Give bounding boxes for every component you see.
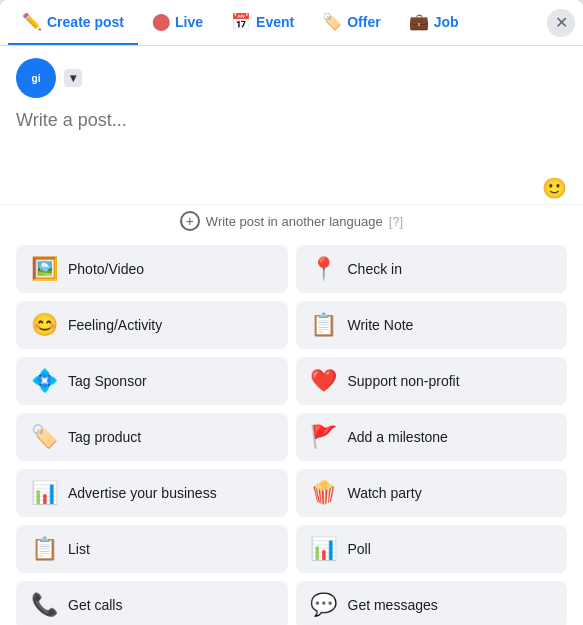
tab-bar: ✏️ Create post ⬤ Live 📅 Event 🏷️ Offer 💼… [0,0,583,46]
offer-icon: 🏷️ [322,12,342,31]
option-support-nonprofit[interactable]: ❤️ Support non-profit [296,357,568,405]
option-poll-label: Poll [348,541,371,557]
poll-icon: 📊 [310,536,338,562]
option-watch-party[interactable]: 🍿 Watch party [296,469,568,517]
create-post-icon: ✏️ [22,12,42,31]
audience-label: ▾ [70,71,76,85]
option-advertise-business[interactable]: 📊 Advertise your business [16,469,288,517]
post-area: gi ▾ [0,46,583,172]
tag-sponsor-icon: 💠 [30,368,58,394]
advertise-business-icon: 📊 [30,480,58,506]
option-get-calls-label: Get calls [68,597,122,613]
option-photo-video[interactable]: 🖼️ Photo/Video [16,245,288,293]
feeling-icon: 😊 [30,312,58,338]
translate-hint: [?] [389,214,403,229]
tab-create-post-label: Create post [47,14,124,30]
option-feeling[interactable]: 😊 Feeling/Activity [16,301,288,349]
option-feeling-label: Feeling/Activity [68,317,162,333]
photo-video-icon: 🖼️ [30,256,58,282]
post-input[interactable] [16,106,567,156]
option-tag-sponsor[interactable]: 💠 Tag Sponsor [16,357,288,405]
translate-plus-button[interactable]: + [180,211,200,231]
tab-event-label: Event [256,14,294,30]
option-get-messages[interactable]: 💬 Get messages [296,581,568,625]
close-button[interactable]: ✕ [547,9,575,37]
tab-live[interactable]: ⬤ Live [138,0,217,45]
check-in-icon: 📍 [310,256,338,282]
audience-dropdown[interactable]: ▾ [64,69,82,87]
tab-offer[interactable]: 🏷️ Offer [308,0,394,45]
option-add-milestone-label: Add a milestone [348,429,448,445]
tab-offer-label: Offer [347,14,380,30]
option-watch-party-label: Watch party [348,485,422,501]
option-add-milestone[interactable]: 🚩 Add a milestone [296,413,568,461]
option-advertise-business-label: Advertise your business [68,485,217,501]
add-milestone-icon: 🚩 [310,424,338,450]
tab-job[interactable]: 💼 Job [395,0,473,45]
tag-product-icon: 🏷️ [30,424,58,450]
user-row: gi ▾ [16,58,567,98]
option-tag-product-label: Tag product [68,429,141,445]
tab-create-post[interactable]: ✏️ Create post [8,0,138,45]
option-get-messages-label: Get messages [348,597,438,613]
option-check-in[interactable]: 📍 Check in [296,245,568,293]
option-poll[interactable]: 📊 Poll [296,525,568,573]
option-photo-video-label: Photo/Video [68,261,144,277]
option-list[interactable]: 📋 List [16,525,288,573]
watch-party-icon: 🍿 [310,480,338,506]
translate-row: + Write post in another language [?] [0,204,583,237]
option-write-note[interactable]: 📋 Write Note [296,301,568,349]
live-icon: ⬤ [152,12,170,31]
option-list-label: List [68,541,90,557]
option-write-note-label: Write Note [348,317,414,333]
option-get-calls[interactable]: 📞 Get calls [16,581,288,625]
get-messages-icon: 💬 [310,592,338,618]
option-tag-product[interactable]: 🏷️ Tag product [16,413,288,461]
tab-job-label: Job [434,14,459,30]
event-icon: 📅 [231,12,251,31]
option-support-nonprofit-label: Support non-profit [348,373,460,389]
avatar-label: gi [32,73,41,84]
emoji-button[interactable]: 🙂 [542,176,567,200]
emoji-bar: 🙂 [0,172,583,204]
option-tag-sponsor-label: Tag Sponsor [68,373,147,389]
avatar: gi [16,58,56,98]
write-note-icon: 📋 [310,312,338,338]
tab-live-label: Live [175,14,203,30]
options-grid: 🖼️ Photo/Video 📍 Check in 😊 Feeling/Acti… [0,237,583,625]
job-icon: 💼 [409,12,429,31]
get-calls-icon: 📞 [30,592,58,618]
option-check-in-label: Check in [348,261,402,277]
list-icon: 📋 [30,536,58,562]
create-post-modal: ✏️ Create post ⬤ Live 📅 Event 🏷️ Offer 💼… [0,0,583,625]
tab-event[interactable]: 📅 Event [217,0,308,45]
translate-text[interactable]: Write post in another language [206,214,383,229]
support-nonprofit-icon: ❤️ [310,368,338,394]
